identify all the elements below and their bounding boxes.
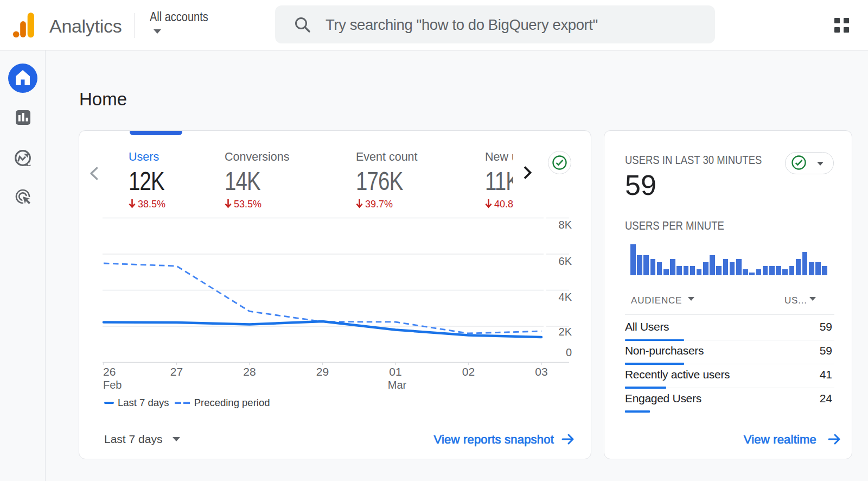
svg-text:2K: 2K <box>559 326 572 338</box>
svg-text:28: 28 <box>243 365 256 378</box>
svg-text:Mar: Mar <box>388 379 407 391</box>
svg-text:Feb: Feb <box>103 379 122 391</box>
svg-text:0: 0 <box>566 346 572 358</box>
svg-text:26: 26 <box>103 365 116 378</box>
svg-text:29: 29 <box>316 365 329 378</box>
svg-text:01: 01 <box>389 365 401 378</box>
svg-text:4K: 4K <box>559 291 572 303</box>
svg-text:8K: 8K <box>559 219 572 231</box>
svg-text:02: 02 <box>462 365 475 378</box>
svg-text:6K: 6K <box>559 255 572 267</box>
svg-text:27: 27 <box>170 365 183 378</box>
svg-text:03: 03 <box>535 365 547 378</box>
